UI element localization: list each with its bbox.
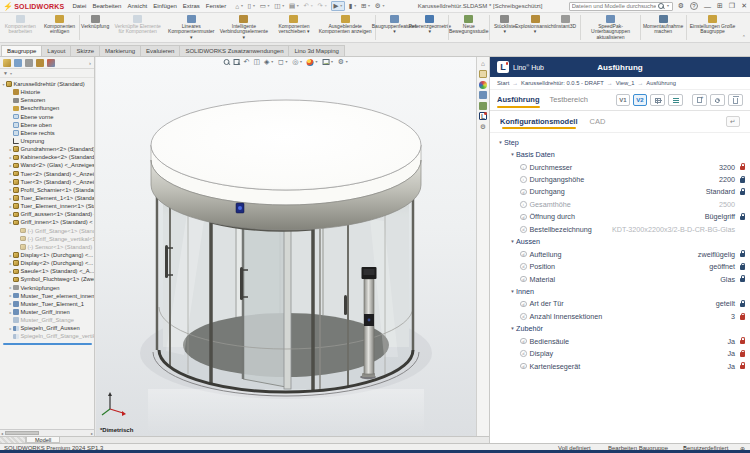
new-document-icon[interactable]: ▯▼ <box>248 2 256 10</box>
config-row-display[interactable]: dDisplayJa <box>490 347 750 359</box>
config-section-aussen[interactable]: ▼Aussen <box>490 236 750 248</box>
tab-konfigurationsmodell[interactable]: Konfigurationsmodell <box>500 111 578 132</box>
tree-item-verkn-pfungen[interactable]: ▸Verknüpfungen <box>1 284 94 292</box>
tree-item-grundrahmen-2-standard-standar[interactable]: ▸Grundrahmen<2> (Standard) <_Anz... <box>1 145 94 153</box>
search-input[interactable] <box>572 3 657 9</box>
search-icon[interactable] <box>658 3 664 9</box>
minimize-button[interactable]: — <box>704 3 711 10</box>
select-tool-icon[interactable]: ▶▼ <box>331 1 344 11</box>
ribbon-neue-bewegungsstudie[interactable]: Neue Bewegungsstudie <box>449 13 488 42</box>
filter-icon[interactable]: ▼ <box>3 70 8 76</box>
search-dropdown-icon[interactable]: ▼ <box>666 4 669 8</box>
config-row-kartenleseger-t[interactable]: dKartenlesegerätJa <box>490 360 750 372</box>
menu-einf-gen[interactable]: Einfügen <box>153 3 177 9</box>
file-properties-icon[interactable]: ⊞▼ <box>361 2 371 10</box>
tree-item-wand-2-glas-standard-anzeigest[interactable]: ▸Wand<2> (Glas) <_Anzeigestatus... <box>1 161 94 169</box>
doc-tab-layout[interactable]: Layout <box>41 45 71 56</box>
delete-icon[interactable] <box>728 94 743 106</box>
options-icon[interactable]: ⚙▼ <box>375 2 385 10</box>
menu-fenster[interactable]: Fenster <box>206 3 226 9</box>
search-box[interactable]: ▼ <box>569 2 673 11</box>
ribbon-speedpak-unterbaugruppen-aktualisieren[interactable]: SpeedPak-Unterbaugruppen aktualisieren <box>582 13 639 42</box>
config-row-aufteilung[interactable]: dAufteilungzweiflügelig <box>490 248 750 260</box>
tree-item-kabinendecke-2-standard-standa[interactable]: ▸Kabinendecke<2> (Standard) <_An... <box>1 153 94 161</box>
ribbon-intelligente-verbindungselemente[interactable]: Intelligente Verbindungselemente ▾ <box>216 13 271 42</box>
ribbon-ausgeblendete-komponenten-anzeigen[interactable]: Ausgeblendete Komponenten anzeigen <box>317 13 374 42</box>
appearances-icon[interactable] <box>479 81 487 89</box>
tree-item-profil-scharnier-1-standard-st[interactable]: ▸Profil_Scharnier<1> (Standard) < <box>1 186 94 194</box>
tree-item-tuer-element-innen-1-standard[interactable]: ▸Tuer_Element_innen<1> (Standard) <box>1 202 94 210</box>
tree-item-beschriftungen[interactable]: Beschriftungen <box>1 104 94 112</box>
ribbon-lineares-komponentenmuster[interactable]: Lineares Komponentenmuster ▾ <box>166 13 216 42</box>
tree-item-ursprung[interactable]: Ursprung <box>1 137 94 145</box>
config-row-bediens-ule[interactable]: dBediensäuleJa <box>490 335 750 347</box>
tree-item-tuer-element-1-1-standard-stan[interactable]: ▸Tuer_Element_1<1> (Standard) < <box>1 194 94 202</box>
window-grid-icon[interactable]: ⊞ <box>717 2 723 10</box>
configuration-manager-tab-icon[interactable] <box>25 59 33 67</box>
tree-item-sensor-1-standard[interactable]: (-) Sensor<1> (Standard) <box>1 243 94 251</box>
tree-item-tuer-2-standard-standard-anzei[interactable]: ▸Tuer<2> (Standard) <_Anzeige... <box>1 170 94 178</box>
config-row-bestellbezeichnung[interactable]: dBestellbezeichnungKDT-3200x2200x3/2-B-D… <box>490 223 750 235</box>
version-button-v2[interactable]: V2 <box>633 94 647 106</box>
breadcrumb-view-1[interactable]: View_1 <box>616 80 635 86</box>
tree-scrollbar[interactable]: ◂▸ <box>0 429 95 436</box>
config-row-material[interactable]: dMaterialGlas <box>490 273 750 285</box>
custom-properties-icon[interactable] <box>479 102 487 110</box>
print-icon[interactable]: ▤▼ <box>289 2 300 10</box>
tree-item-griff-stange-vertikal-1-standa[interactable]: (-) Griff_Stange_vertikal<1> (Standard..… <box>1 235 94 243</box>
refresh-icon[interactable] <box>710 94 725 106</box>
dimxpert-tab-icon[interactable] <box>36 59 44 67</box>
tree-item-display-1-durchgang-standard[interactable]: ▸Display<1> (Durchgang) <... <box>1 251 94 259</box>
task-settings-icon[interactable]: ⚙ <box>479 123 487 131</box>
tree-item-display-2-durchgang-standard[interactable]: ▸Display<2> (Durchgang) <... <box>1 259 94 267</box>
breadcrumb-start[interactable]: Start <box>497 80 509 86</box>
config-row-durchmesser[interactable]: iDurchmesser3200 <box>490 161 750 173</box>
revolving-door-model[interactable] <box>96 57 476 436</box>
rollback-bar[interactable] <box>3 343 92 345</box>
ribbon-collapse-icon[interactable]: ⌃ <box>738 34 750 42</box>
tree-item-karusselldreht-r-standard-anze[interactable]: ▾Karusselldrehtür (Standard) <box>1 80 94 88</box>
config-row-durchgang[interactable]: dDurchgangStandard <box>490 186 750 198</box>
tree-item-historie[interactable]: Historie <box>1 88 94 96</box>
lino-hub-icon[interactable]: L <box>479 112 487 120</box>
doc-tab-skizze[interactable]: Skizze <box>70 45 100 56</box>
tree-item-symbol-fluchtweg-1-zweifach-r[interactable]: Symbol_Fluchtweg<1> (Zweifach_R... <box>1 275 94 283</box>
config-row-art-der-t-r[interactable]: dArt der Türgeteilt <box>490 298 750 310</box>
view-palette-icon[interactable] <box>479 91 487 99</box>
ribbon-explosionsansicht[interactable]: Explosionsansicht ▾ <box>519 13 552 42</box>
undo-icon[interactable]: ↶▼ <box>304 2 314 10</box>
home-icon[interactable]: ⌂ <box>479 60 487 68</box>
list-view-icon[interactable] <box>668 94 683 106</box>
tab-ausfuehrung[interactable]: Ausführung <box>497 91 540 109</box>
config-section-basis-daten[interactable]: ▼Basis Daten <box>490 148 750 160</box>
menu-extras[interactable]: Extras <box>183 3 200 9</box>
tree-item-griff-stange-1-standard[interactable]: (-) Griff_Stange<1> (Standard) <box>1 227 94 235</box>
tree-item-muster-tuer-element-1[interactable]: ▸Muster_Tuer_Element_1 <box>1 300 94 308</box>
config-section-step[interactable]: ▼Step <box>490 136 750 148</box>
tree-item-spiegeln-griff-aussen[interactable]: ▸Spiegeln_Griff_Aussen <box>1 324 94 332</box>
settings-icon[interactable]: ⚙ <box>678 2 684 10</box>
tree-item-griff-aussen-1-standard-transp[interactable]: ▸Griff_aussen<1> (Standard) < <box>1 210 94 218</box>
doc-tab-baugruppe[interactable]: Baugruppe <box>1 45 42 56</box>
doc-tab-evaluieren[interactable]: Evaluieren <box>140 45 180 56</box>
doc-tab-lino-3d-mapping[interactable]: Lino 3d Mapping <box>288 45 344 56</box>
ribbon-komponenten-verschieben[interactable]: Komponenten verschieben ▾ <box>271 13 316 42</box>
tree-item-griff-innen-1-standard-standar[interactable]: ▸Griff_innen<1> (Standard) < <box>1 218 94 226</box>
tab-testbereich[interactable]: Testbereich <box>550 91 588 109</box>
menu-ansicht[interactable]: Ansicht <box>127 3 147 9</box>
tree-item-muster-tuer-element-innen[interactable]: ▸Muster_Tuer_element_innen <box>1 292 94 300</box>
breadcrumb-karusselldreht-r-0-0-5-draft[interactable]: Karusselldrehtür: 0.0.5 - DRAFT <box>521 80 604 86</box>
doc-tab-markierung[interactable]: Markierung <box>99 45 141 56</box>
config-section-innen[interactable]: ▼Innen <box>490 285 750 297</box>
redo-icon[interactable]: ↷▼ <box>317 2 327 10</box>
tree-item-muster-griff-stange[interactable]: Muster_Griff_Stange <box>1 316 94 324</box>
ribbon-einstellungen-gro-e-baugruppe[interactable]: Einstellungen Große Baugruppe <box>687 13 738 42</box>
ribbon-komponenten-einf-gen[interactable]: Komponenten einfügen <box>41 13 79 42</box>
save-icon[interactable]: ◫▼ <box>274 2 285 10</box>
config-section-zubeh-r[interactable]: ▼Zubehör <box>490 323 750 335</box>
tree-item-ebene-oben[interactable]: Ebene oben <box>1 121 94 129</box>
tabs-expand-icon[interactable]: › <box>89 60 91 66</box>
help-icon[interactable]: ? <box>690 2 698 10</box>
home-icon[interactable]: ⌂▼ <box>235 3 243 10</box>
doc-tab-solidworks-zusatzanwendungen[interactable]: SOLIDWORKS Zusatzanwendungen <box>179 45 289 56</box>
